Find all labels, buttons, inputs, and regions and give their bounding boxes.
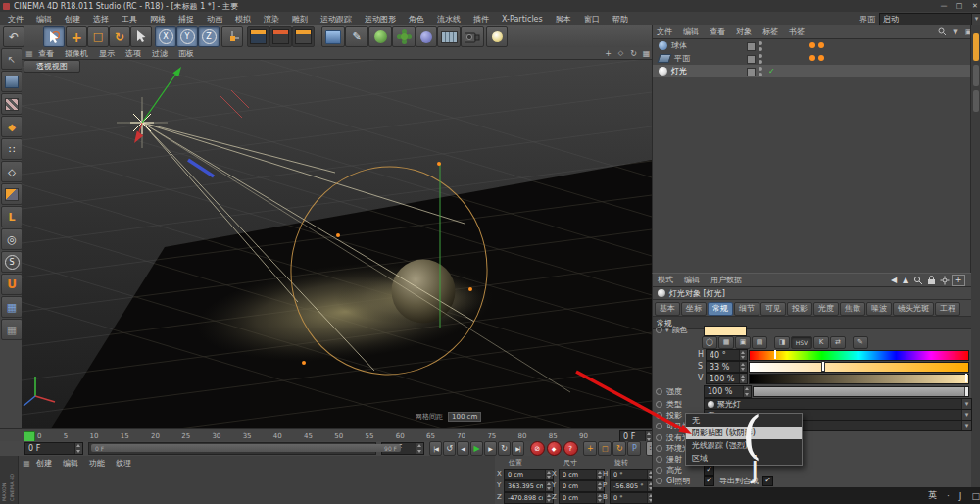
phong-tag-icon[interactable]	[809, 42, 815, 48]
ime-language-indicator[interactable]: 英	[928, 489, 937, 502]
pos-y-field[interactable]: 363.395 cm	[504, 480, 554, 492]
tab-shadow[interactable]: 投影	[787, 302, 812, 316]
play-button[interactable]: ▶	[470, 441, 483, 456]
axis-mode-button[interactable]: L	[1, 206, 23, 227]
menu-sculpt[interactable]: 雕刻	[292, 14, 308, 25]
menu-simulate[interactable]: 模拟	[235, 14, 251, 25]
dropdown-option-raytraced[interactable]: 光线跟踪 (强烈)	[686, 439, 802, 452]
keyframe-circle-icon[interactable]	[656, 388, 662, 395]
workplane-grid-button[interactable]: ▦	[1, 296, 23, 318]
menu-character[interactable]: 角色	[409, 14, 424, 25]
material-menu-function[interactable]: 功能	[89, 458, 105, 469]
am-menu-mode[interactable]: 模式	[658, 275, 673, 285]
rgb-mode-icon[interactable]: ◨	[774, 336, 790, 349]
panel-menu-icon[interactable]: ▦	[22, 459, 31, 468]
viewport-menu-view[interactable]: 查看	[38, 48, 54, 59]
menu-window[interactable]: 窗口	[584, 14, 600, 25]
h-value-field[interactable]: 40 °	[706, 349, 748, 361]
pos-z-field[interactable]: -470.898 cm	[504, 492, 554, 504]
menu-motion-tracker[interactable]: 运动跟踪	[320, 14, 352, 25]
keyframe-circle-icon[interactable]	[656, 327, 662, 333]
keyframe-circle-icon[interactable]	[656, 445, 662, 452]
value-gradient-bar[interactable]	[749, 374, 969, 384]
kelvin-mode-icon[interactable]: K	[813, 336, 829, 349]
layer-icon[interactable]	[747, 68, 756, 76]
dropdown-option-area[interactable]: 区域	[686, 452, 802, 465]
render-picture-viewer-button[interactable]	[270, 26, 292, 47]
object-row-sphere[interactable]: 球体	[653, 39, 980, 52]
pos-x-field[interactable]: 0 cm	[504, 469, 554, 480]
menu-mesh[interactable]: 网格	[150, 14, 166, 25]
om-menu-view[interactable]: 查看	[710, 26, 725, 37]
tab-visibility[interactable]: 可见	[760, 302, 786, 316]
render-view-button[interactable]	[247, 26, 270, 47]
ime-icon[interactable]: ·	[947, 491, 950, 501]
menu-plugins[interactable]: 插件	[473, 14, 489, 25]
color-swatch[interactable]	[704, 326, 747, 336]
menu-mograph[interactable]: 运动图形	[365, 14, 396, 25]
tab-general[interactable]: 常规	[708, 302, 733, 316]
material-menu-create[interactable]: 创建	[36, 458, 52, 469]
keyframe-circle-icon[interactable]	[656, 478, 662, 484]
enable-snap-button[interactable]: S	[1, 251, 23, 273]
menu-xparticles[interactable]: X-Particles	[502, 15, 543, 24]
zoom-view-icon[interactable]: ◇	[614, 48, 627, 58]
om-menu-tags[interactable]: 标签	[762, 26, 778, 37]
menu-file[interactable]: 文件	[8, 14, 24, 25]
viewport-solo-button[interactable]: ◎	[1, 228, 23, 250]
panel-menu-icon[interactable]: ▦	[24, 49, 34, 58]
s-value-field[interactable]: 33 %	[706, 361, 748, 373]
undo-button[interactable]: ↶	[3, 26, 24, 47]
menu-pipeline[interactable]: 流水线	[437, 14, 461, 25]
palette-tab[interactable]	[973, 65, 979, 86]
scale-tool-button[interactable]: □	[87, 26, 109, 47]
om-menu-bookmarks[interactable]: 书签	[789, 26, 805, 37]
close-button[interactable]: ✕	[967, 1, 980, 12]
mixer-mode-icon[interactable]: ⇄	[830, 336, 846, 349]
scene-canvas[interactable]	[22, 47, 652, 428]
color-spectrum-icon[interactable]: ▦	[718, 336, 734, 349]
check-tag-icon[interactable]: ✓	[768, 67, 775, 76]
tab-photometric[interactable]: 光度	[813, 302, 839, 316]
hue-marker[interactable]	[774, 350, 776, 359]
record-rotation-button[interactable]: ↻	[612, 441, 626, 456]
keyframe-circle-icon[interactable]	[656, 434, 662, 441]
tab-caustics[interactable]: 焦散	[840, 302, 865, 316]
rotate-view-icon[interactable]: ↻	[627, 48, 640, 58]
gi-checkbox[interactable]: ✓	[704, 476, 714, 486]
tab-details[interactable]: 细节	[734, 302, 760, 316]
filter-icon[interactable]: ▼	[951, 27, 960, 36]
menu-help[interactable]: 帮助	[612, 14, 628, 25]
tag-icon[interactable]	[818, 42, 824, 48]
menu-render[interactable]: 渲染	[264, 14, 279, 25]
viewport[interactable]: ▦ 查看 摄像机 显示 选项 过滤 面板 + ◇ ↻ ▦ 透视视图 网格间距 1…	[22, 47, 652, 428]
ime-icon[interactable]: J	[959, 491, 962, 501]
render-visibility-dot[interactable]	[759, 60, 762, 64]
menu-tools[interactable]: 工具	[122, 14, 137, 25]
play-reverse-button[interactable]: ↺	[443, 441, 456, 456]
dropdown-option-none[interactable]: 无	[686, 414, 802, 427]
color-swatches-icon[interactable]: ▤	[752, 336, 767, 349]
back-arrow-icon[interactable]: ◀	[888, 276, 900, 284]
coordinate-system-button[interactable]	[221, 26, 243, 47]
tab-coord[interactable]: 坐标	[681, 302, 707, 316]
axis-x-lock-button[interactable]: X	[155, 26, 176, 47]
move-tool-button[interactable]: +	[66, 26, 87, 47]
object-row-light[interactable]: 灯光 ✓	[653, 65, 980, 77]
spinner-icon[interactable]	[416, 443, 423, 454]
editor-visibility-dot[interactable]	[759, 41, 762, 45]
viewport-menu-display[interactable]: 显示	[99, 48, 115, 59]
maximize-button[interactable]: □	[952, 1, 967, 12]
points-mode-button[interactable]: ∷	[1, 138, 23, 160]
current-frame-field[interactable]: 0 F	[24, 442, 83, 455]
perspective-view-button[interactable]: 透视视图	[24, 60, 80, 73]
dropdown-option-shadow-maps[interactable]: 阴影贴图 (软阴影)	[686, 427, 802, 439]
polygons-mode-button[interactable]	[1, 183, 23, 205]
tab-project[interactable]: 工程	[935, 302, 960, 316]
color-picker-icon[interactable]: ✎	[853, 336, 868, 349]
goto-start-button[interactable]: |◀	[429, 441, 442, 456]
hsv-mode-button[interactable]: HSV	[791, 336, 812, 349]
keyframe-circle-icon[interactable]	[656, 467, 662, 474]
menu-script[interactable]: 脚本	[556, 14, 571, 25]
keyframe-circle-icon[interactable]	[656, 423, 662, 429]
